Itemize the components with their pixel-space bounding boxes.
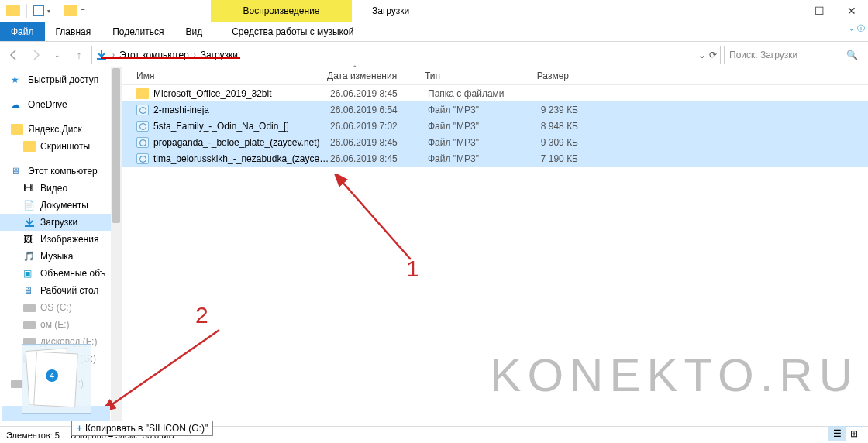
cube-icon: ▣ (23, 268, 36, 279)
table-row[interactable]: Microsoft_Office_2019_32bit26.06.2019 8:… (122, 85, 868, 101)
cell-size: 8 948 КБ (519, 121, 589, 132)
tree-drive-e[interactable]: ом (E:) (0, 316, 122, 333)
title-bar: ▾ = Воспроизведение Загрузки — ☐ ✕ (0, 0, 868, 22)
table-row[interactable]: propaganda_-_beloe_plate_(zaycev.net)26.… (122, 134, 868, 150)
icons-view-button[interactable]: ⊞ (846, 427, 863, 441)
drive-icon (23, 321, 36, 329)
search-icon: 🔍 (846, 50, 858, 60)
qat-item-icon[interactable] (33, 5, 44, 16)
search-placeholder: Поиск: Загрузки (729, 50, 797, 60)
annotation-label-2: 2 (195, 302, 208, 328)
tree-os-c[interactable]: OS (C:) (0, 299, 122, 316)
desktop-icon: 🖥 (23, 285, 36, 296)
cell-type: Файл "MP3" (428, 137, 519, 148)
tree-desktop[interactable]: 🖥Рабочий стол (0, 282, 122, 299)
table-row[interactable]: 2-mashi-ineja26.06.2019 6:54Файл "MP3"9 … (122, 101, 868, 118)
chevron-down-icon[interactable]: ▾ (47, 8, 50, 15)
cell-date: 26.06.2019 8:45 (330, 137, 428, 148)
tree-downloads[interactable]: Загрузки (0, 214, 122, 231)
mp3-icon (136, 137, 149, 148)
tree-3d-objects[interactable]: ▣Объемные объ (0, 265, 122, 282)
tree-documents[interactable]: 📄Документы (0, 197, 122, 214)
tab-file[interactable]: Файл (0, 22, 45, 41)
col-size[interactable]: Размер (510, 70, 580, 81)
svg-rect-1 (25, 225, 34, 227)
view-toggle: ☰ ⊞ (828, 426, 863, 441)
quick-access-toolbar: ▾ = (0, 4, 85, 18)
folder-icon (136, 88, 149, 99)
cell-type: Папка с файлами (428, 88, 519, 99)
address-dropdown-icon[interactable]: ⌄ (698, 50, 706, 60)
up-button[interactable]: ↑ (70, 46, 88, 64)
document-icon: 📄 (23, 200, 36, 211)
tree-images[interactable]: 🖼Изображения (0, 231, 122, 248)
mp3-icon (136, 153, 149, 164)
cell-type: Файл "MP3" (428, 105, 519, 115)
drag-ghost: 4 (22, 344, 91, 414)
cell-date: 26.06.2019 8:45 (330, 88, 428, 99)
cell-size: 9 239 КБ (519, 105, 589, 115)
drive-icon (23, 304, 36, 312)
column-headers: Имя Дата изменения Тип Размер (122, 67, 868, 85)
table-row[interactable]: tima_belorusskikh_-_nezabudka_(zaycev...… (122, 150, 868, 167)
tab-music-tools[interactable]: Средства работы с музыкой (221, 22, 364, 41)
folder-icon (11, 124, 23, 135)
downloads-icon (95, 49, 108, 61)
cell-date: 26.06.2019 7:02 (330, 121, 428, 132)
col-name[interactable]: Имя (122, 70, 321, 81)
drag-tooltip: + Копировать в "SILICON (G:)" (71, 421, 213, 436)
recent-locations-button[interactable]: ⌄ (48, 46, 67, 64)
tab-share[interactable]: Поделиться (102, 22, 174, 41)
close-button[interactable]: ✕ (835, 0, 868, 22)
collapse-ribbon-icon[interactable]: ⌄ ⓘ (849, 23, 865, 34)
drag-count-badge: 4 (44, 368, 60, 383)
tab-home[interactable]: Главная (45, 22, 102, 41)
maximize-button[interactable]: ☐ (803, 0, 835, 22)
context-tab-play[interactable]: Воспроизведение (211, 0, 352, 22)
images-icon: 🖼 (23, 234, 36, 245)
cell-type: Файл "MP3" (428, 121, 519, 132)
watermark: KONEKTO.RU (490, 349, 859, 402)
cell-name: Microsoft_Office_2019_32bit (153, 88, 330, 99)
details-view-button[interactable]: ☰ (828, 427, 846, 441)
cell-date: 26.06.2019 6:54 (330, 105, 428, 115)
refresh-icon[interactable]: ⟳ (709, 50, 717, 60)
tree-video[interactable]: 🎞Видео (0, 180, 122, 197)
tree-music[interactable]: 🎵Музыка (0, 248, 122, 265)
tab-view[interactable]: Вид (174, 22, 213, 41)
cell-size: 9 309 КБ (519, 137, 589, 148)
sort-indicator-icon: ⌃ (352, 64, 358, 72)
tree-yandex-disk[interactable]: Яндекс.Диск (0, 121, 122, 138)
app-icon (6, 5, 20, 16)
col-date[interactable]: Дата изменения (321, 70, 418, 81)
annotation-label-1: 1 (406, 256, 419, 282)
music-icon: 🎵 (23, 251, 36, 262)
star-icon: ★ (11, 74, 23, 85)
search-input[interactable]: Поиск: Загрузки 🔍 (724, 46, 863, 64)
mp3-icon (136, 105, 149, 115)
tree-onedrive[interactable]: ☁OneDrive (0, 96, 122, 113)
col-type[interactable]: Тип (418, 70, 510, 81)
tree-scrollbar[interactable] (111, 67, 122, 431)
folder-icon (23, 141, 36, 152)
plus-icon: + (77, 423, 82, 434)
address-bar[interactable]: › Этот компьютер › Загрузки ⌄ ⟳ (91, 46, 721, 64)
new-folder-icon[interactable] (64, 5, 78, 16)
status-element-count: Элементов: 5 (6, 431, 60, 440)
cell-name: 5sta_Family_-_Odin_Na_Odin_[] (153, 121, 330, 132)
ribbon-tabs: Файл Главная Поделиться Вид Средства раб… (0, 22, 868, 42)
back-button[interactable] (5, 46, 23, 64)
cell-name: tima_belorusskikh_-_nezabudka_(zaycev...… (153, 153, 330, 164)
downloads-icon (23, 217, 36, 228)
tree-this-pc[interactable]: 🖥Этот компьютер (0, 163, 122, 180)
annotation-underline (101, 57, 240, 59)
cloud-icon: ☁ (11, 99, 23, 110)
minimize-button[interactable]: — (770, 0, 803, 22)
tree-screenshots[interactable]: Скриншоты (0, 138, 122, 155)
mp3-icon (136, 121, 149, 132)
table-row[interactable]: 5sta_Family_-_Odin_Na_Odin_[]26.06.2019 … (122, 118, 868, 134)
tree-quick-access[interactable]: ★Быстрый доступ (0, 71, 122, 88)
cell-size: 7 190 КБ (519, 153, 589, 164)
forward-button[interactable] (26, 46, 45, 64)
cell-name: 2-mashi-ineja (153, 105, 330, 115)
